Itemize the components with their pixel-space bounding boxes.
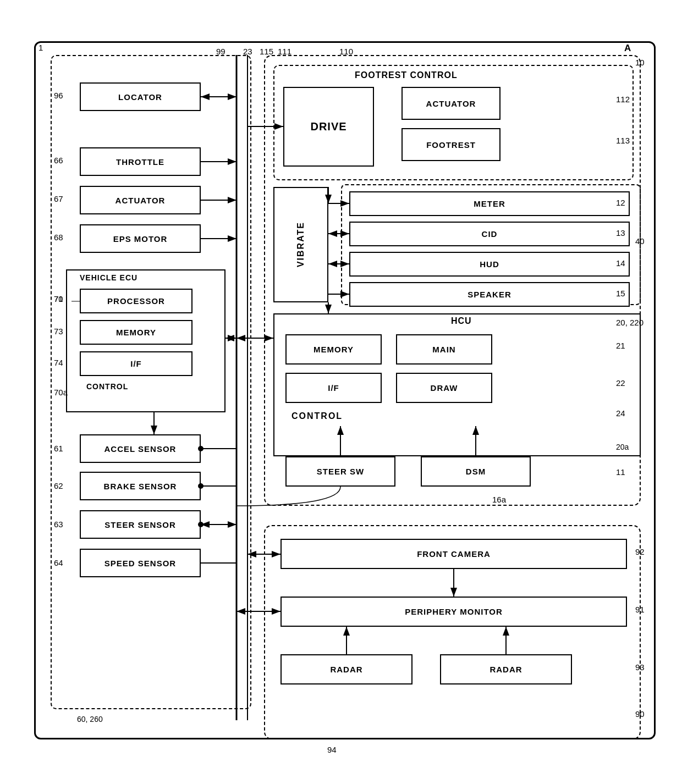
brake-sensor-box: BRAKE SENSOR [80,472,201,500]
dsm-label: DSM [466,467,486,476]
ref-67: 67 [54,194,63,203]
throttle-label: THROTTLE [116,157,164,167]
memory-hcu-box: MEMORY [285,334,382,365]
draw-box: DRAW [396,373,492,403]
steer-sensor-label: STEER SENSOR [105,520,176,529]
ref-115: 115 [260,47,273,56]
draw-label: DRAW [431,383,458,393]
control-ecu-label: CONTROL [86,382,128,391]
meter-box: METER [349,191,630,216]
dsm-box: DSM [421,456,531,487]
accel-sensor-label: ACCEL SENSOR [105,444,177,454]
locator-box: LOCATOR [80,82,201,111]
ref-10: 10 [635,58,645,67]
ref-21: 21 [616,341,625,350]
radar-left-label: RADAR [330,665,362,674]
ref-24: 24 [616,408,625,418]
cid-label: CID [482,229,498,239]
ref-92: 92 [635,547,645,556]
processor-label: PROCESSOR [107,296,165,306]
vehicle-ecu-label: VEHICLE ECU [80,273,138,282]
actuator-label: ACTUATOR [116,196,166,205]
throttle-box: THROTTLE [80,147,201,176]
ref-13: 13 [616,228,625,238]
if-hcu-box: I/F [285,373,382,403]
ref-14: 14 [616,258,625,268]
ref-99: 99 [216,47,226,56]
periphery-monitor-box: PERIPHERY MONITOR [280,597,627,627]
ref-61: 61 [54,444,63,453]
hcu-label: HCU [451,316,472,326]
ref-22: 22 [616,378,625,388]
ref-91: 91 [635,605,645,614]
ref-93: 93 [635,662,645,672]
radar-left-box: RADAR [280,654,413,684]
actuator-box: ACTUATOR [80,186,201,214]
ref-71-label: 71 [54,294,63,303]
memory-hcu-label: MEMORY [314,345,354,354]
ref-15: 15 [616,289,625,298]
radar-right-box: RADAR [440,654,572,684]
ref-60: 60, 260 [77,715,103,724]
footrest-control-label: FOOTREST CONTROL [355,70,458,80]
speed-sensor-box: SPEED SENSOR [80,549,201,577]
locator-label: LOCATOR [118,92,162,102]
steer-sensor-box: STEER SENSOR [80,510,201,539]
vibrate-label: VIBRATE [296,222,306,267]
hud-box: HUD [349,252,630,277]
hud-label: HUD [480,260,499,269]
front-camera-label: FRONT CAMERA [417,549,491,559]
ref-94: 94 [327,745,337,754]
footrest-label: FOOTREST [426,140,476,150]
ref-63: 63 [54,520,63,529]
diagram-container: 1 A 60, 260 LOCATOR 96 THROTTLE 66 ACTUA… [0,0,682,784]
meter-label: METER [474,199,505,208]
ref-62: 62 [54,481,63,490]
ref-74: 74 [54,358,63,367]
ref-112: 112 [616,95,630,104]
vibrate-box: VIBRATE [273,187,328,302]
control-hcu-label: CONTROL [292,411,343,421]
drive-label: DRIVE [310,120,346,133]
eps-motor-label: EPS MOTOR [113,234,168,244]
cid-box: CID [349,222,630,246]
ref-113: 113 [616,136,630,145]
footrest-box: FOOTREST [402,128,501,161]
ref-16a: 16a [492,495,506,504]
radar-right-label: RADAR [490,665,522,674]
ref-73: 73 [54,327,63,336]
main-box: MAIN [396,334,492,365]
speaker-label: SPEAKER [468,290,512,299]
memory-ecu-label: MEMORY [116,328,156,337]
ref-90: 90 [635,709,645,719]
actuator-fc-label: ACTUATOR [426,99,476,108]
steer-sw-box: STEER SW [285,456,395,487]
ref-68: 68 [54,233,63,242]
ref-110: 110 [339,47,353,56]
accel-sensor-box: ACCEL SENSOR [80,434,201,463]
if-hcu-label: I/F [328,383,339,393]
ref-1: 1 [38,43,43,52]
ref-40: 40 [635,236,645,246]
ref-20: 20, 220 [616,318,644,327]
front-camera-box: FRONT CAMERA [280,539,627,569]
if-ecu-label: I/F [130,359,142,368]
ref-23: 23 [243,47,252,56]
main-label: MAIN [432,345,455,354]
ref-111: 111 [278,47,292,56]
drive-box: DRIVE [283,87,374,167]
ref-12: 12 [616,198,625,207]
ref-64: 64 [54,558,63,567]
steer-sw-label: STEER SW [317,467,364,476]
processor-box: PROCESSOR [80,289,193,313]
eps-motor-box: EPS MOTOR [80,224,201,253]
ref-20a: 20a [616,443,629,451]
brake-sensor-label: BRAKE SENSOR [104,482,177,491]
speaker-box: SPEAKER [349,282,630,307]
ref-A: A [624,43,631,54]
ref-96: 96 [54,91,63,100]
speed-sensor-label: SPEED SENSOR [105,559,176,568]
ref-66: 66 [54,156,63,165]
periphery-monitor-label: PERIPHERY MONITOR [405,607,503,616]
actuator-fc-box: ACTUATOR [402,87,501,120]
